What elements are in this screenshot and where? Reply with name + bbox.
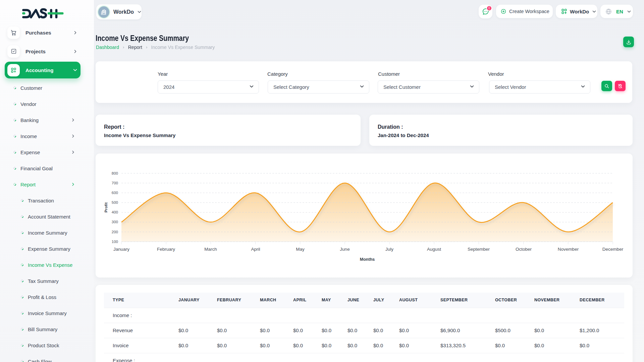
svg-text:January: January <box>113 247 129 252</box>
svg-text:200: 200 <box>112 230 118 234</box>
svg-text:March: March <box>204 247 217 252</box>
svg-text:May: May <box>296 247 305 252</box>
svg-text:Months: Months <box>360 257 375 262</box>
svg-text:November: November <box>558 247 579 252</box>
svg-text:September: September <box>468 247 490 252</box>
svg-text:500: 500 <box>112 200 118 204</box>
svg-text:Profit: Profit <box>104 202 108 213</box>
svg-text:June: June <box>340 247 350 252</box>
svg-text:July: July <box>385 247 393 252</box>
svg-text:December: December <box>602 247 624 252</box>
svg-text:100: 100 <box>112 240 118 244</box>
svg-text:August: August <box>427 247 441 252</box>
svg-text:300: 300 <box>112 220 118 224</box>
svg-text:400: 400 <box>112 210 118 214</box>
svg-text:600: 600 <box>112 191 118 195</box>
svg-text:800: 800 <box>112 171 118 175</box>
svg-text:April: April <box>251 247 260 252</box>
svg-text:October: October <box>516 247 532 252</box>
svg-text:February: February <box>157 247 175 252</box>
svg-text:700: 700 <box>112 181 118 185</box>
